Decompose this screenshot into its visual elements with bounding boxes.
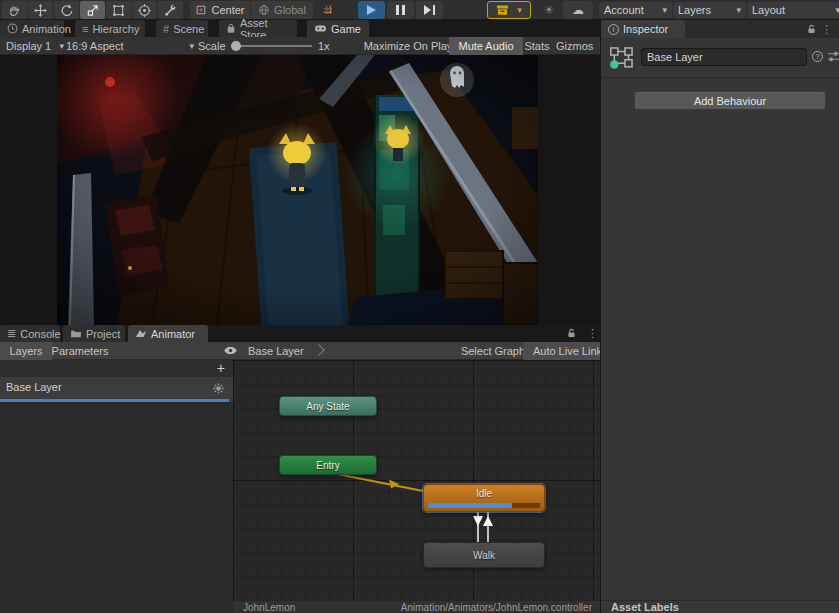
presets-icon[interactable]	[827, 51, 839, 62]
tab-game[interactable]: Game	[307, 20, 369, 37]
walk-to-idle-arrowhead	[483, 516, 493, 526]
snap-settings-button[interactable]	[316, 1, 340, 19]
aspect-ratio-label: 16:9 Aspect	[66, 40, 124, 52]
rect-tool-button[interactable]	[106, 1, 131, 19]
play-icon	[367, 5, 376, 15]
animator-parameters-tab[interactable]: Parameters	[41, 342, 119, 360]
state-node-idle[interactable]: Idle	[423, 484, 545, 512]
layers-dropdown[interactable]: Layers ▾	[673, 2, 746, 18]
cloud-services-button[interactable]: ☁	[563, 1, 593, 19]
game-view-area	[0, 55, 600, 325]
scale-slider-knob[interactable]	[231, 41, 241, 51]
animator-graph-canvas[interactable]: Any State Entry Idle Walk JohnLemon Anim…	[233, 360, 600, 613]
layout-label: Layout	[752, 4, 785, 16]
animator-lock-icon[interactable]	[566, 328, 577, 339]
step-button[interactable]	[416, 1, 443, 19]
sun-icon: ☀	[544, 3, 555, 17]
state-machine-icon	[609, 46, 635, 70]
wrench-tool-icon	[164, 4, 177, 17]
state-node-any-state[interactable]: Any State	[279, 396, 377, 416]
animator-icon	[135, 329, 147, 338]
idle-playback-progress-track	[428, 503, 540, 508]
progressive-lighting-button[interactable]: ☀	[537, 1, 561, 19]
collab-button[interactable]: ▾	[487, 1, 531, 19]
tab-scene[interactable]: # Scene	[156, 20, 208, 37]
scale-slider-track[interactable]	[234, 45, 312, 47]
tab-inspector[interactable]: i Inspector	[601, 20, 685, 38]
custom-tool-button[interactable]	[158, 1, 183, 19]
add-layer-button[interactable]: +	[217, 360, 225, 377]
rect-tool-icon	[112, 4, 125, 17]
collab-archive-icon	[496, 4, 509, 16]
globe-icon	[258, 4, 270, 16]
breadcrumb-base-layer: Base Layer	[248, 345, 304, 357]
inspector-kebab-menu[interactable]: ⋮	[821, 23, 832, 36]
layers-panel-header: +	[0, 360, 233, 377]
grid-snap-icon	[322, 4, 335, 17]
tab-animator[interactable]: Animator	[128, 325, 208, 342]
inspector-lock-icon[interactable]	[806, 24, 817, 35]
move-tool-icon	[34, 4, 47, 17]
folder-icon	[70, 329, 82, 338]
rotate-tool-icon	[60, 4, 73, 17]
layer-name: Base Layer	[6, 381, 62, 393]
move-tool-button[interactable]	[28, 1, 53, 19]
account-dropdown-arrow: ▾	[662, 5, 667, 15]
eye-icon[interactable]	[223, 346, 238, 355]
scale-tool-button[interactable]	[80, 1, 105, 19]
hand-tool-button[interactable]	[2, 1, 27, 19]
tab-hierarchy[interactable]: ≡ Hierarchy	[75, 20, 145, 37]
game-view-toolbar: Display 1 ▾ 16:9 Aspect ▾ Scale 1x Maxim…	[0, 37, 600, 55]
animator-layers-panel: + Base Layer	[0, 360, 233, 613]
display-dropdown-label: Display 1	[6, 40, 51, 52]
aspect-ratio-dropdown[interactable]: 16:9 Aspect ▾	[60, 37, 200, 55]
collab-dropdown-arrow: ▾	[517, 5, 522, 15]
hand-tool-icon	[8, 4, 21, 17]
shopping-bag-icon	[226, 23, 236, 34]
play-button[interactable]	[358, 1, 385, 19]
tab-project-label: Project	[86, 328, 120, 340]
graph-status-bar: JohnLemon Animation/Animators/JohnLemon.…	[233, 600, 600, 613]
layer-row-base-layer[interactable]: Base Layer	[0, 377, 233, 402]
tab-project[interactable]: Project	[63, 325, 125, 342]
rotate-tool-button[interactable]	[54, 1, 79, 19]
help-icon[interactable]: ?	[812, 51, 823, 62]
mute-audio-button[interactable]: Mute Audio	[449, 37, 523, 55]
account-dropdown[interactable]: Account ▾	[599, 2, 672, 18]
game-viewport[interactable]	[57, 55, 538, 325]
tab-asset-store[interactable]: Asset Store	[219, 20, 297, 37]
tab-inspector-label: Inspector	[623, 23, 668, 35]
auto-live-link-button[interactable]: Auto Live Link	[523, 342, 612, 360]
pause-icon	[396, 5, 399, 15]
layer-name-field[interactable]	[641, 48, 807, 66]
tab-game-label: Game	[331, 23, 361, 35]
breadcrumb[interactable]: Base Layer	[242, 342, 324, 360]
pause-button[interactable]	[387, 1, 414, 19]
tab-console[interactable]: ≣ Console	[0, 325, 60, 342]
view-tab-bar: Animation ≡ Hierarchy # Scene Asset Stor…	[0, 20, 600, 37]
tab-animation[interactable]: Animation	[0, 20, 64, 37]
tab-scene-label: Scene	[173, 23, 204, 35]
transform-tool-button[interactable]	[132, 1, 157, 19]
asset-labels-section[interactable]: Asset Labels	[601, 600, 839, 613]
scale-label: Scale	[198, 40, 226, 52]
state-node-walk[interactable]: Walk	[423, 542, 545, 568]
animator-kebab-menu[interactable]: ⋮	[587, 327, 598, 340]
layout-dropdown[interactable]: Layout ▾	[747, 2, 839, 18]
unity-editor-window: Center Global ▾	[0, 0, 839, 613]
layout-dropdown-arrow: ▾	[835, 5, 839, 15]
cloud-icon: ☁	[572, 3, 584, 17]
state-node-entry[interactable]: Entry	[279, 455, 377, 475]
pivot-center-label: Center	[211, 4, 244, 16]
controller-asset-path: Animation/Animators/JohnLemon.controller	[401, 602, 592, 613]
scene-grid-icon: #	[163, 23, 169, 35]
add-behaviour-button[interactable]: Add Behaviour	[634, 91, 826, 110]
graph-selection-name: JohnLemon	[243, 602, 295, 613]
gamepad-icon	[314, 24, 327, 33]
console-icon: ≣	[7, 327, 16, 340]
maximize-on-play-button[interactable]: Maximize On Play	[356, 37, 460, 55]
select-graph-button[interactable]: Select Graph	[452, 342, 534, 360]
layer-weight-bar[interactable]	[0, 399, 229, 402]
asset-labels-header: Asset Labels	[611, 601, 679, 613]
layer-settings-gear-icon[interactable]	[212, 382, 225, 395]
